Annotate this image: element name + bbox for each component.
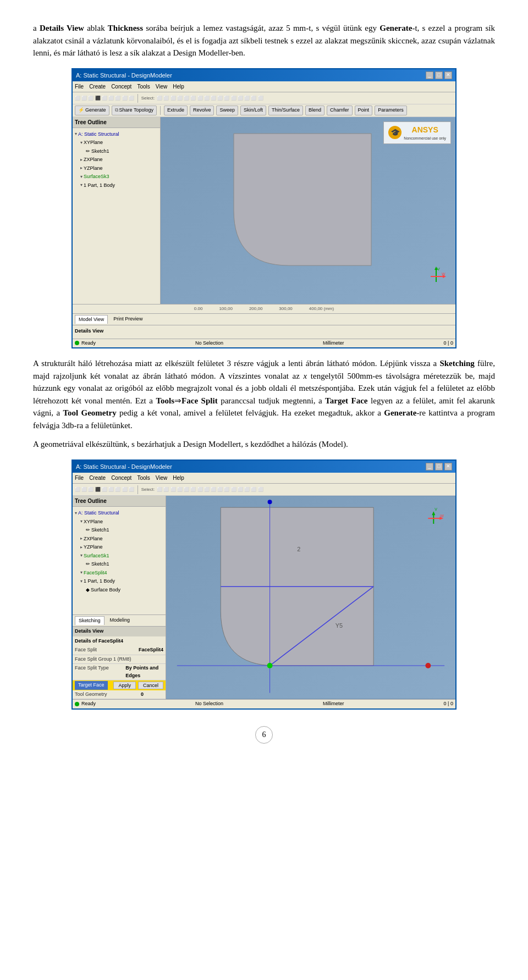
- status-bar-2: Ready No Selection Millimeter 0 | 0: [73, 699, 455, 708]
- paragraph-3: A geometriával elkészültünk, s bezárhatj…: [33, 438, 495, 451]
- parameters-btn[interactable]: Parameters: [375, 106, 407, 115]
- tree2-item-yzplane[interactable]: ▸ YZPlane: [75, 543, 163, 552]
- model-view-tab[interactable]: Model View: [75, 315, 108, 324]
- svg-point-14: [268, 500, 272, 504]
- tree2-item-static[interactable]: ▾ A: Static Structural: [75, 509, 163, 518]
- skin-loft-btn[interactable]: Skin/Loft: [240, 106, 266, 115]
- tree-header-2: Tree Outline: [73, 496, 166, 507]
- tree-label-zxplane: ZXPlane: [84, 156, 103, 164]
- target-face-row: Target Face Apply Cancel: [73, 680, 166, 690]
- svg-text:V: V: [435, 507, 437, 511]
- tree2-label-sb: Surface Body: [91, 586, 120, 594]
- close-btn[interactable]: ✕: [444, 71, 452, 79]
- type-value: By Points and Edges: [125, 665, 163, 679]
- tree2-item-surfacesk1[interactable]: ▾ SurfaceSk1: [75, 552, 163, 561]
- toolbar-2: ⚡ Generate ⧉ Share Topology Extrude Revo…: [73, 104, 455, 117]
- tree2-item-sketch1b[interactable]: ✏ Sketch1: [75, 560, 163, 569]
- tree2-item-zxplane[interactable]: ▸ ZXPlane: [75, 535, 163, 544]
- menu-tools[interactable]: Tools: [137, 82, 150, 91]
- tree-label-surface: SurfaceSk3: [84, 173, 109, 181]
- menu2-create[interactable]: Create: [89, 474, 106, 482]
- svg-text:2: 2: [297, 546, 300, 552]
- status-indicator-green: [75, 341, 79, 345]
- main-area-2: Tree Outline ▾ A: Static Structural ▾ XY…: [73, 496, 455, 699]
- status-selection-text: No Selection: [195, 340, 223, 347]
- status-left-2: Ready: [75, 700, 96, 708]
- modeling-tab-2[interactable]: Modeling: [107, 616, 134, 625]
- chamfer-btn[interactable]: Chamfer: [327, 106, 353, 115]
- minimize-btn[interactable]: _: [426, 71, 433, 79]
- sketching-tab-2[interactable]: Sketching: [75, 616, 105, 625]
- tree-item-surfacesk3[interactable]: ▾ SurfaceSk3: [75, 173, 158, 181]
- revolve-btn[interactable]: Revolve: [190, 106, 215, 115]
- axis-svg-1: V W: [425, 265, 447, 287]
- tree2-item-facesplit4[interactable]: ▾ FaceSplit4: [75, 569, 163, 578]
- titlebar-1: A: Static Structural - DesignModeler _ □…: [73, 69, 455, 82]
- point-btn[interactable]: Point: [355, 106, 373, 115]
- titlebar-2: A: Static Structural - DesignModeler _ □…: [73, 461, 455, 473]
- status-ready-text-2: Ready: [81, 700, 96, 708]
- toolbar-1: ⬜ ⬜ ⬜ ⬛ ⬜ ⬜ ⬜ ⬜ ⬜ Select: ⬜ ⬜ ⬜ ⬜ ⬜ ⬜ ⬜ …: [73, 92, 455, 104]
- tree-item-zxplane[interactable]: ▸ ZXPlane: [75, 156, 158, 164]
- minimize-btn-2[interactable]: _: [426, 463, 433, 470]
- axis-indicator-1: V W: [425, 265, 447, 287]
- status-zeros: 0 | 0: [444, 340, 453, 347]
- svg-point-12: [267, 663, 273, 668]
- maximize-btn[interactable]: □: [435, 71, 443, 79]
- tree2-item-surface-body[interactable]: ◆ Surface Body: [75, 586, 163, 595]
- close-btn-2[interactable]: ✕: [444, 463, 452, 470]
- tool-geometry-row: Tool Geometry 0: [73, 690, 166, 700]
- maximize-btn-2[interactable]: □: [435, 463, 443, 470]
- bottom-tabs-1: Model View Print Preview: [73, 313, 455, 325]
- bottom-tabs-2: Sketching Modeling: [73, 614, 166, 627]
- menu2-view[interactable]: View: [156, 474, 168, 482]
- tree-expand-icon-2: ▾: [80, 140, 82, 146]
- share-topology-btn[interactable]: ⧉ Share Topology: [112, 106, 157, 115]
- toolbar-sep-2: [160, 106, 161, 115]
- ansys-sub-text: Noncommercial use only: [404, 136, 446, 142]
- menu-view[interactable]: View: [156, 82, 168, 91]
- menu-create[interactable]: Create: [89, 82, 106, 91]
- cancel-button[interactable]: Cancel: [138, 682, 163, 689]
- tree2-label-xyplane: XYPlane: [84, 518, 103, 526]
- tree-item-sketch1[interactable]: ✏ Sketch1: [75, 147, 158, 156]
- face-split-label: Face Split: [75, 646, 139, 654]
- tree2-label-zxplane: ZXPlane: [84, 535, 103, 543]
- blend-btn[interactable]: Blend: [305, 106, 324, 115]
- menu2-help[interactable]: Help: [173, 474, 184, 482]
- tree-item-xyplane[interactable]: ▾ XYPlane: [75, 139, 158, 147]
- tree-item-static[interactable]: ▾ A: Static Structural: [75, 130, 158, 139]
- generate-btn[interactable]: ⚡ Generate: [75, 106, 109, 115]
- tree-label-yzplane: YZPlane: [84, 165, 103, 173]
- tree2-item-sketch1[interactable]: ✏ Sketch1: [75, 526, 163, 535]
- menu-concept[interactable]: Concept: [111, 82, 131, 91]
- tree2-item-xyplane[interactable]: ▾ XYPlane: [75, 518, 163, 527]
- tree-item-yzplane[interactable]: ▸ YZPlane: [75, 164, 158, 173]
- menu2-concept[interactable]: Concept: [111, 474, 131, 482]
- ruler-0: 0.00: [194, 306, 203, 312]
- status-ready-text: Ready: [81, 340, 96, 347]
- status-left-1: Ready: [75, 340, 96, 347]
- tree2-expand-1: ▾: [75, 510, 77, 517]
- parameters-label: Parameters: [378, 107, 404, 114]
- details-row-type: Face Split Type By Points and Edges: [73, 664, 166, 680]
- apply-button[interactable]: Apply: [113, 682, 136, 689]
- thin-surface-btn[interactable]: Thin/Surface: [268, 106, 303, 115]
- menu2-file[interactable]: File: [75, 474, 84, 482]
- status-mode-text-2: Millimeter: [323, 700, 344, 708]
- menu2-tools[interactable]: Tools: [137, 474, 150, 482]
- menu-file[interactable]: File: [75, 82, 84, 91]
- print-preview-tab[interactable]: Print Preview: [110, 315, 146, 324]
- group-label: Face Split Group 1 (RM8): [75, 656, 141, 663]
- point-label: Point: [358, 107, 370, 114]
- skin-loft-label: Skin/Loft: [244, 107, 263, 114]
- sweep-btn[interactable]: Sweep: [216, 106, 238, 115]
- toolbar-icons: ⬜ ⬜ ⬜ ⬛ ⬜ ⬜ ⬜ ⬜ ⬜: [75, 95, 134, 102]
- tree2-expand-3: ▸: [80, 535, 82, 542]
- tree2-item-1part[interactable]: ▾ 1 Part, 1 Body: [75, 577, 163, 586]
- blend-label: Blend: [309, 107, 321, 114]
- menu-help[interactable]: Help: [173, 82, 184, 91]
- extrude-btn[interactable]: Extrude: [164, 106, 188, 115]
- tree-item-1part[interactable]: ▾ 1 Part, 1 Body: [75, 181, 158, 190]
- tree-header-1: Tree Outline: [73, 117, 160, 128]
